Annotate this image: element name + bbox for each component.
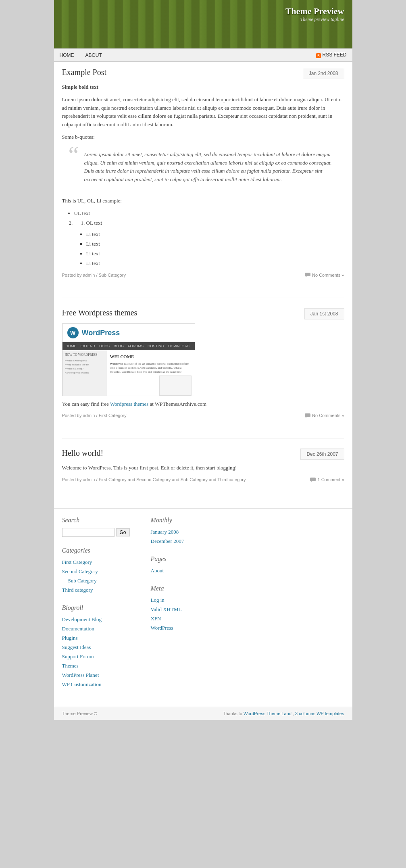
comment-icon	[305, 273, 310, 277]
blogroll-link-1[interactable]: Development Blog	[62, 616, 102, 622]
blogroll-widget: Blogroll Development Blog Documentation …	[62, 604, 143, 689]
wp-logo-text: WordPress	[82, 327, 120, 339]
post-ul: UL text OL text	[74, 209, 344, 227]
pages-list: About	[151, 567, 344, 575]
category-link-1[interactable]: First Category	[62, 559, 92, 565]
post-meta-text: Posted by admin / First Category and Sec…	[62, 477, 246, 482]
category-link-2[interactable]: Second Category	[62, 568, 98, 574]
post-header: Free Wordpress themes Jan 1st 2008	[62, 308, 344, 319]
list-item: WordPress Planet	[62, 671, 143, 679]
footer-link-2[interactable]: 3 columns WP templates	[295, 711, 344, 716]
lower-section: Search Go Categories First Category Seco…	[54, 508, 352, 707]
post-author[interactable]: admin	[83, 413, 95, 418]
search-widget: Search Go	[62, 517, 143, 537]
nav-home[interactable]: HOME	[54, 49, 80, 61]
comment-link[interactable]: No Comments »	[305, 273, 344, 278]
post-author[interactable]: admin	[83, 273, 95, 278]
post-cat-2[interactable]: Second Category	[136, 477, 171, 482]
list-item: Support Forum	[62, 653, 143, 661]
post-cat-3[interactable]: Sub Category	[181, 477, 208, 482]
site-header: Theme Preview Theme preview tagline	[54, 0, 352, 48]
post-category[interactable]: First Category	[99, 413, 127, 418]
post-body-text: You can easy find free Wordpress themes …	[62, 400, 344, 409]
post-author[interactable]: admin	[83, 477, 95, 482]
post-bold-intro: Simple bold text	[62, 84, 98, 90]
post-meta: Posted by admin / Sub Category No Commen…	[62, 273, 344, 278]
comment-icon	[305, 413, 310, 418]
blogroll-link-5[interactable]: Support Forum	[62, 653, 94, 659]
post-cat-1[interactable]: First Category	[99, 477, 127, 482]
bquote-label: Some b-quotes:	[62, 133, 344, 142]
blogroll-list: Development Blog Documentation Plugins S…	[62, 616, 143, 689]
wp-logo-circle: W	[67, 327, 79, 338]
post-date: Dec 26th 2007	[300, 449, 344, 460]
post-body: Welcome to WordPress. This is your first…	[62, 464, 344, 472]
meta-link-1[interactable]: Log in	[151, 597, 164, 603]
category-link-4[interactable]: Third category	[62, 587, 93, 593]
list-item: WP Customization	[62, 680, 143, 689]
comment-link[interactable]: No Comments »	[305, 413, 344, 418]
list-intro: This is UL, OL, Li example:	[62, 197, 344, 205]
search-button[interactable]: Go	[116, 528, 130, 536]
post-date: Jan 1st 2008	[304, 308, 344, 319]
post-cat-4[interactable]: Third category	[217, 477, 246, 482]
wp-sidebar-mock: HOW TO WORDPRESS • what is wordpress• wh…	[62, 350, 107, 396]
nav-about[interactable]: ABOUT	[80, 49, 108, 61]
blogroll-link-2[interactable]: Documentation	[62, 626, 94, 632]
monthly-widget: Monthly January 2008 December 2007	[151, 517, 344, 545]
post-content: Simple bold text Lorem ipsum dolor sit a…	[62, 83, 344, 268]
post-divider	[62, 438, 344, 438]
blogroll-link-7[interactable]: WordPress Planet	[62, 672, 99, 678]
list-item: Third category	[62, 586, 143, 594]
sidebar-left: Search Go Categories First Category Seco…	[62, 517, 143, 699]
meta-link-3[interactable]: XFN	[151, 616, 161, 622]
svg-rect-0	[305, 273, 310, 276]
list-item: About	[151, 567, 344, 575]
post-example: Example Post Jan 2nd 2008 Simple bold te…	[62, 68, 344, 286]
post-blockquote: Lorem ipsum dolor sit amet, consectetur …	[78, 146, 344, 192]
post-header: Example Post Jan 2nd 2008	[62, 68, 344, 79]
list-item: December 2007	[151, 537, 344, 545]
list-item: Li text	[86, 250, 344, 258]
list-item: Plugins	[62, 634, 143, 642]
search-widget-title: Search	[62, 517, 143, 524]
blogroll-link-3[interactable]: Plugins	[62, 635, 78, 641]
blogroll-link-4[interactable]: Suggest Ideas	[62, 644, 91, 650]
monthly-link-1[interactable]: January 2008	[151, 529, 179, 535]
post-header: Hello world! Dec 26th 2007	[62, 449, 344, 460]
post-date: Jan 2nd 2008	[303, 68, 344, 79]
post-meta-text: Posted by admin / First Category	[62, 413, 127, 418]
nav-rss[interactable]: R RSS FEED	[310, 49, 352, 61]
site-tagline: Theme preview tagline	[285, 17, 344, 23]
meta-link-2[interactable]: Valid XHTML	[151, 606, 182, 612]
list-item: Second Category	[62, 568, 143, 576]
footer-link-1[interactable]: WordPress Theme Land!	[244, 711, 293, 716]
post-meta: Posted by admin / First Category No Comm…	[62, 413, 344, 418]
list-item: Sub Category	[68, 577, 143, 585]
main-content: Example Post Jan 2nd 2008 Simple bold te…	[54, 62, 352, 508]
post-divider	[62, 298, 344, 298]
ul-item: UL text	[74, 209, 344, 218]
wordpress-themes-link[interactable]: Wordpress themes	[110, 401, 148, 407]
page-link-1[interactable]: About	[151, 568, 164, 574]
post-category[interactable]: Sub Category	[99, 273, 126, 278]
list-item: Documentation	[62, 625, 143, 633]
monthly-link-2[interactable]: December 2007	[151, 538, 184, 544]
blogroll-link-6[interactable]: Themes	[62, 663, 79, 669]
categories-widget-title: Categories	[62, 547, 143, 554]
search-input[interactable]	[62, 528, 115, 537]
meta-link-4[interactable]: WordPress	[151, 625, 173, 631]
list-item: Valid XHTML	[151, 605, 344, 613]
comment-link[interactable]: 1 Comment »	[310, 477, 344, 482]
list-item: First Category	[62, 558, 143, 566]
main-nav: HOME ABOUT R RSS FEED	[54, 48, 352, 62]
svg-marker-1	[306, 276, 307, 277]
blogroll-link-8[interactable]: WP Customization	[62, 681, 102, 687]
meta-widget: Meta Log in Valid XHTML XFN WordPress	[151, 585, 344, 632]
post-wordpress-themes: Free Wordpress themes Jan 1st 2008 W Wor…	[62, 308, 344, 426]
post-title: Hello world!	[62, 449, 104, 458]
monthly-list: January 2008 December 2007	[151, 528, 344, 545]
category-link-3[interactable]: Sub Category	[68, 578, 97, 584]
categories-list: First Category Second Category Sub Categ…	[62, 558, 143, 594]
pages-widget: Pages About	[151, 555, 344, 575]
